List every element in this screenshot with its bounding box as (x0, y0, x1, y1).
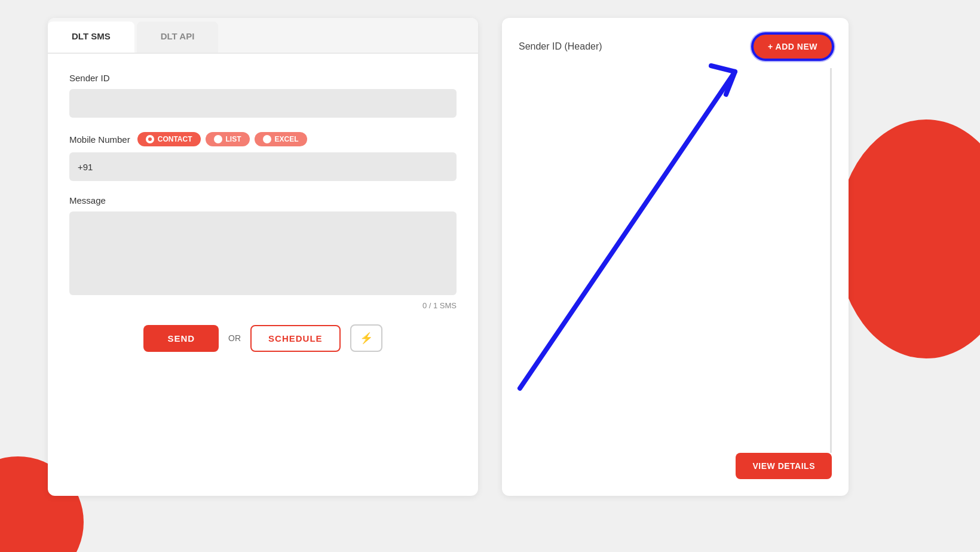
main-container: DLT SMS DLT API Sender ID Mobile Number … (0, 0, 980, 552)
mobile-header-row: Mobile Number CONTACT LIST EXCEL (69, 132, 457, 146)
view-details-button[interactable]: VIEW DETAILS (736, 453, 832, 479)
right-scroll-area (519, 68, 832, 453)
radio-dot-excel (263, 135, 271, 143)
radio-list[interactable]: LIST (206, 132, 250, 146)
message-label: Message (69, 195, 457, 206)
action-row: SEND OR SCHEDULE ⚡ (69, 324, 457, 352)
radio-list-label: LIST (226, 135, 241, 143)
phone-field-input[interactable] (93, 162, 448, 172)
lightning-button[interactable]: ⚡ (350, 324, 382, 352)
tab-dlt-api[interactable]: DLT API (137, 22, 219, 53)
message-group: Message 0 / 1 SMS (69, 195, 457, 310)
phone-prefix: +91 (78, 162, 93, 172)
tab-bar: DLT SMS DLT API (48, 18, 478, 54)
radio-excel-label: EXCEL (275, 135, 299, 143)
mobile-radio-group: CONTACT LIST EXCEL (137, 132, 307, 146)
sender-id-label: Sender ID (69, 73, 457, 83)
form-content: Sender ID Mobile Number CONTACT LIST (48, 54, 478, 376)
right-panel-title: Sender ID (Header) (519, 41, 602, 52)
mobile-number-group: Mobile Number CONTACT LIST EXCEL (69, 132, 457, 181)
add-new-button[interactable]: + ADD NEW (754, 35, 832, 59)
message-textarea[interactable] (69, 211, 457, 295)
sender-id-group: Sender ID (69, 73, 457, 118)
radio-contact-label: CONTACT (158, 135, 192, 143)
radio-contact[interactable]: CONTACT (137, 132, 201, 146)
phone-input-wrapper: +91 (69, 152, 457, 181)
radio-excel[interactable]: EXCEL (255, 132, 307, 146)
sender-id-input[interactable] (69, 89, 457, 118)
left-panel: DLT SMS DLT API Sender ID Mobile Number … (48, 18, 478, 496)
mobile-number-label: Mobile Number (69, 134, 130, 145)
tab-dlt-sms[interactable]: DLT SMS (48, 22, 134, 53)
radio-dot-contact (146, 135, 154, 143)
sms-counter: 0 / 1 SMS (69, 301, 457, 310)
send-button[interactable]: SEND (143, 325, 219, 352)
or-separator: OR (228, 333, 241, 343)
right-panel: Sender ID (Header) + ADD NEW VIEW DETAIL… (502, 18, 849, 496)
schedule-button[interactable]: SCHEDULE (250, 325, 341, 352)
radio-dot-list (214, 135, 222, 143)
right-panel-header: Sender ID (Header) + ADD NEW (519, 35, 832, 59)
